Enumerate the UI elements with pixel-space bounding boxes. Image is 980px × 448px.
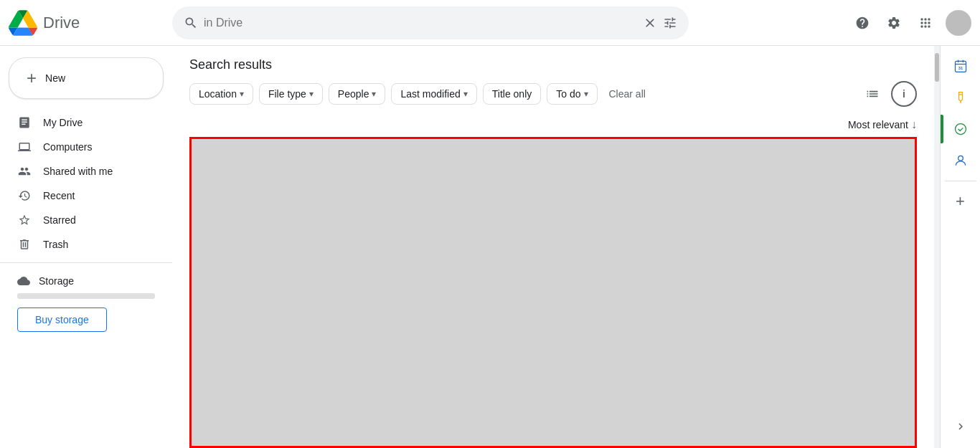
sidebar-item-my-drive[interactable]: My Drive [0,110,164,135]
clear-all-button[interactable]: Clear all [603,84,651,104]
logo-area: Drive [9,9,166,37]
location-chevron-icon: ▾ [240,89,244,99]
computers-icon [17,140,32,153]
active-indicator [941,115,943,143]
starred-icon [17,214,32,227]
sort-label[interactable]: Most relevant [848,119,908,130]
people-chevron-icon: ▾ [372,89,376,99]
storage-section: Storage Buy storage [0,269,172,338]
content-header: Search results Location ▾ File type ▾ Pe… [172,46,934,115]
sidebar: + New My Drive Computers [0,46,172,448]
to-do-filter[interactable]: To do ▾ [547,83,597,105]
title-only-label: Title only [492,88,532,100]
filter-right: i [859,81,917,107]
keep-panel-button[interactable] [946,83,975,112]
sidebar-item-my-drive-label: My Drive [43,117,83,128]
location-filter-label: Location [199,88,237,100]
file-type-filter-label: File type [268,88,306,100]
location-filter[interactable]: Location ▾ [189,83,253,105]
sort-bar: Most relevant ↓ [172,115,934,137]
sidebar-item-computers-label: Computers [43,141,92,153]
calendar-panel-button[interactable]: 31 [946,52,975,80]
content-area: Search results Location ▾ File type ▾ Pe… [172,46,934,448]
my-drive-icon [17,116,32,129]
last-modified-chevron-icon: ▾ [463,89,468,99]
last-modified-filter-label: Last modified [400,88,460,100]
right-panel: 31 + [940,46,980,448]
new-button[interactable]: + New [9,57,164,99]
tasks-panel-button[interactable] [946,115,975,143]
main-layout: + New My Drive Computers [0,46,980,448]
topbar: Drive [0,0,980,46]
scrollbar-thumb[interactable] [935,53,939,82]
add-panel-button[interactable]: + [946,187,975,216]
title-only-filter[interactable]: Title only [483,83,542,105]
sidebar-item-trash-label: Trash [43,239,68,250]
shared-with-me-icon [17,165,32,178]
svg-point-8 [958,156,963,161]
sort-arrow-icon: ↓ [911,118,917,131]
drive-logo-icon [9,9,37,37]
view-list-button[interactable] [859,81,885,107]
search-options-button[interactable] [663,16,677,30]
storage-text: Storage [39,275,74,287]
app-title: Drive [43,14,80,32]
buy-storage-button[interactable]: Buy storage [17,308,107,332]
svg-point-7 [955,124,966,135]
search-icon [184,16,198,30]
contacts-panel-button[interactable] [946,146,975,175]
svg-text:31: 31 [958,66,963,70]
recent-icon [17,189,32,202]
add-icon: + [956,192,965,211]
file-type-filter[interactable]: File type ▾ [259,83,323,105]
search-clear-button[interactable] [643,16,657,30]
sidebar-item-computers[interactable]: Computers [0,135,164,159]
new-plus-icon: + [27,70,37,87]
expand-panel-button[interactable] [948,414,973,442]
avatar[interactable] [946,10,971,36]
info-button[interactable]: i [891,81,917,107]
results-area [189,137,917,448]
scrollbar-track[interactable] [934,46,940,448]
last-modified-filter[interactable]: Last modified ▾ [391,83,476,105]
new-button-label: New [45,72,65,84]
search-input[interactable] [204,16,637,29]
settings-button[interactable] [880,9,908,37]
google-apps-button[interactable] [911,9,940,37]
filter-bar: Location ▾ File type ▾ People ▾ Last mod… [189,81,917,115]
to-do-chevron-icon: ▾ [584,89,588,99]
sidebar-item-shared[interactable]: Shared with me [0,159,164,184]
search-bar[interactable] [172,6,689,39]
people-filter[interactable]: People ▾ [329,83,386,105]
file-type-chevron-icon: ▾ [309,89,314,99]
trash-icon [17,238,32,251]
sidebar-item-starred-label: Starred [43,214,76,226]
sidebar-item-recent-label: Recent [43,190,75,201]
sidebar-item-recent[interactable]: Recent [0,184,164,208]
sidebar-item-trash[interactable]: Trash [0,232,164,257]
sidebar-divider [0,262,172,263]
storage-bar-container [17,293,155,299]
info-icon: i [903,88,905,100]
search-results-title: Search results [189,57,917,72]
right-panel-divider [945,181,976,181]
storage-bar [17,293,155,299]
help-button[interactable] [848,9,877,37]
storage-label: Storage [17,275,155,287]
people-filter-label: People [338,88,369,100]
sidebar-item-shared-label: Shared with me [43,166,113,177]
topbar-right [848,9,971,37]
to-do-filter-label: To do [556,88,580,100]
sidebar-item-starred[interactable]: Starred [0,208,164,232]
